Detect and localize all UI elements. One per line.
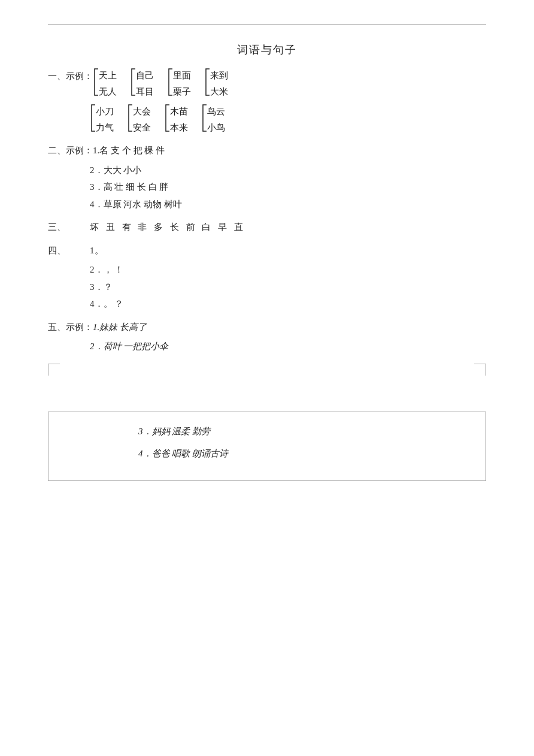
section-5-row2: 2．荷叶 一把把小伞 [48,338,486,355]
section-3-label: 三、 [48,219,90,236]
bracket-item: 本来 [170,120,188,136]
section-4: 四、 1。 2．， ！ 3．？ 4．。 ？ [48,242,486,313]
section-3-row: 三、 坏 丑 有 非 多 长 前 白 早 直 [48,219,486,236]
left-bracket-icon-4 [204,68,210,96]
section-4-row1-content: 1。 [90,242,486,259]
section-2-row3: 3．高 壮 细 长 白 胖 [48,179,486,196]
bracket-item: 耳目 [136,84,154,100]
section-5-row1: 五、示例： 1.妹妹 长高了 [48,319,486,336]
section-4-row2: 2．， ！ [48,261,486,279]
bracket-group-5: 小刀 力气 [90,104,114,136]
left-bracket-icon-7 [164,104,170,132]
section-2: 二、示例： 1.名 支 个 把 棵 件 2．大大 小小 3．高 壮 细 长 白 … [48,142,486,213]
left-bracket-icon-6 [127,104,133,132]
corner-tl-bracket [48,364,60,376]
section-4-row3: 3．？ [48,279,486,296]
page: 词语与句子 一、示例： 天上 无人 [0,0,534,756]
section-3-content: 坏 丑 有 非 多 长 前 白 早 直 [90,219,486,236]
bracket-group-3: 里面 栗子 [167,68,191,100]
answer-row-3: 3．妈妈 温柔 勤劳 [138,422,462,441]
bracket-group-6: 大会 安全 [127,104,151,136]
section-5-row1-content: 1.妹妹 长高了 [93,319,486,336]
section-5: 五、示例： 1.妹妹 长高了 2．荷叶 一把把小伞 [48,319,486,355]
bracket-item: 小鸟 [207,120,225,136]
page-title: 词语与句子 [48,43,486,57]
bracket-item: 鸟云 [207,104,225,120]
section-3: 三、 坏 丑 有 非 多 长 前 白 早 直 [48,219,486,236]
section-1-row: 一、示例： 天上 无人 [48,68,486,101]
bracket-item: 大米 [210,84,228,100]
bracket-item: 栗子 [173,84,191,100]
bracket-item: 天上 [99,68,117,84]
bracket-item: 力气 [96,120,114,136]
bracket-group-7: 木苗 本来 [164,104,188,136]
bracket-group-8: 鸟云 小鸟 [201,104,225,136]
bracket-item: 安全 [133,120,151,136]
section-2-row1-content: 1.名 支 个 把 棵 件 [93,142,486,159]
section-2-row2: 2．大大 小小 [48,162,486,179]
section-4-label: 四、 [48,242,90,259]
bracket-group-1: 天上 无人 [93,68,117,100]
section-5-label: 五、示例： [48,319,93,336]
bracket-item: 木苗 [170,104,188,120]
left-bracket-icon-1 [93,68,99,96]
bracket-group-2: 自己 耳目 [130,68,154,100]
section-4-row1: 四、 1。 [48,242,486,259]
section-2-row1: 二、示例： 1.名 支 个 把 棵 件 [48,142,486,159]
answer-box: 3．妈妈 温柔 勤劳 4．爸爸 唱歌 朗诵古诗 [48,412,486,481]
section-4-row4: 4．。 ？ [48,295,486,313]
left-bracket-icon-8 [201,104,207,132]
bracket-item: 来到 [210,68,228,84]
left-bracket-icon-5 [90,104,96,132]
cut-region [48,364,486,406]
bracket-item: 无人 [99,84,117,100]
corner-tr-bracket [474,364,486,376]
section-2-label: 二、示例： [48,142,93,159]
left-bracket-icon-2 [130,68,136,96]
bracket-item: 里面 [173,68,191,84]
bracket-group-4: 来到 大米 [204,68,228,100]
section-2-row4: 4．草原 河水 动物 树叶 [48,196,486,213]
answer-row-4: 4．爸爸 唱歌 朗诵古诗 [138,444,462,464]
section-1-body: 天上 无人 自己 耳目 [93,68,486,101]
section-1: 一、示例： 天上 无人 [48,68,486,136]
top-separator [48,24,486,25]
bracket-item: 自己 [136,68,154,84]
left-bracket-icon-3 [167,68,173,96]
bracket-item: 大会 [133,104,151,120]
section-1-label: 一、示例： [48,68,93,85]
bracket-item: 小刀 [96,104,114,120]
